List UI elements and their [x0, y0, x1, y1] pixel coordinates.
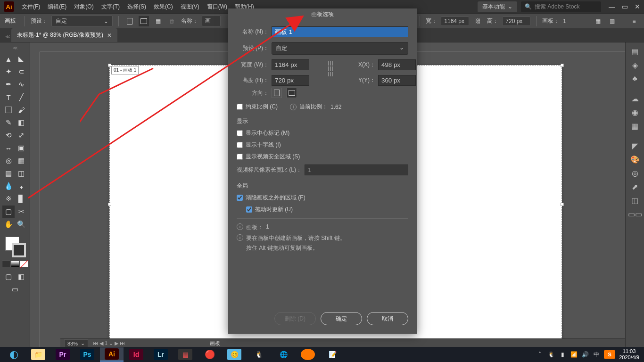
- menu-text[interactable]: 文字(T): [99, 1, 123, 13]
- link-dimensions-icon[interactable]: ⛓: [473, 16, 483, 26]
- draw-mode-behind[interactable]: ◧: [15, 271, 27, 283]
- orientation-portrait-button[interactable]: [124, 16, 135, 26]
- minimize-icon[interactable]: —: [609, 3, 615, 10]
- eyedropper-tool[interactable]: 💧: [2, 180, 15, 192]
- document-tab[interactable]: 未标题-1* @ 83% (RGB/像素预览) ✕: [11, 28, 117, 42]
- width-input[interactable]: 1164 px: [441, 16, 469, 26]
- menu-file[interactable]: 文件(F): [19, 1, 43, 13]
- menu-select[interactable]: 选择(S): [124, 1, 149, 13]
- taskbar-browser[interactable]: ◐: [2, 347, 25, 362]
- blend-tool[interactable]: ⬧: [15, 180, 27, 192]
- tray-battery-icon[interactable]: ▮: [559, 351, 566, 358]
- color-mode-solid[interactable]: [2, 261, 10, 267]
- taskbar-chrome[interactable]: 🌐: [272, 347, 295, 362]
- show-center-checkbox[interactable]: [237, 130, 243, 136]
- paintbrush-tool[interactable]: 🖌: [15, 104, 27, 116]
- taskbar-qq[interactable]: 🐧: [247, 347, 271, 362]
- menu-object[interactable]: 对象(O): [71, 1, 96, 13]
- draw-mode-normal[interactable]: ▢: [2, 271, 15, 283]
- tray-clock[interactable]: 11:03 2020/4/9: [619, 348, 639, 361]
- taskbar-premiere[interactable]: Pr: [51, 347, 74, 362]
- type-tool[interactable]: T: [2, 91, 15, 103]
- reference-point-grid[interactable]: [328, 61, 333, 76]
- taskbar-lightroom[interactable]: Lr: [149, 347, 173, 362]
- direct-selection-tool[interactable]: ◣: [15, 53, 27, 65]
- pen-tool[interactable]: ✒: [2, 78, 15, 90]
- tray-ime-icon[interactable]: 中: [593, 351, 600, 358]
- gradient-tool[interactable]: ◫: [15, 167, 27, 180]
- perspective-grid-tool[interactable]: ▦: [15, 155, 27, 167]
- transparency-panel-icon[interactable]: ◫: [629, 194, 641, 206]
- preferences-icon[interactable]: ▥: [607, 16, 617, 26]
- dlg-portrait-button[interactable]: [272, 88, 282, 98]
- new-artboard-button[interactable]: ▦: [153, 16, 163, 26]
- delete-artboard-button[interactable]: 🗑: [167, 16, 177, 26]
- rotate-tool[interactable]: ⟲: [2, 129, 15, 141]
- scale-tool[interactable]: ⤢: [15, 129, 27, 141]
- shape-builder-tool[interactable]: ◎: [2, 155, 15, 167]
- tab-close-icon[interactable]: ✕: [107, 32, 112, 39]
- nav-next-icon[interactable]: ▶: [115, 340, 118, 346]
- nav-prev-icon[interactable]: ◀: [99, 340, 103, 346]
- panel-toggle[interactable]: ≪: [5, 31, 10, 42]
- taskbar-photoshop[interactable]: Ps: [75, 347, 99, 362]
- resize-handle-nw[interactable]: [108, 64, 111, 67]
- stock-search-input[interactable]: 🔍 搜索 Adobe Stock: [521, 1, 601, 12]
- stroke-panel-icon[interactable]: ◎: [629, 167, 641, 179]
- tray-up-icon[interactable]: ˄: [536, 351, 544, 358]
- toolbox-handle[interactable]: ≪: [13, 45, 17, 50]
- preset-dropdown[interactable]: 自定⌄: [51, 16, 113, 26]
- tray-qq-icon[interactable]: 🐧: [547, 351, 555, 358]
- column-graph-tool[interactable]: ▊: [15, 193, 27, 205]
- zoom-dropdown[interactable]: 83%⌄: [64, 339, 88, 347]
- zoom-tool[interactable]: 🔍: [15, 218, 27, 230]
- lasso-tool[interactable]: ⊂: [15, 66, 27, 78]
- menu-view[interactable]: 视图(V): [178, 1, 202, 13]
- align-panel-icon[interactable]: ▭▭: [629, 208, 641, 220]
- artboard-name-field[interactable]: 画: [202, 16, 221, 26]
- resize-handle-ne[interactable]: [561, 64, 564, 67]
- dlg-name-input[interactable]: [272, 26, 408, 37]
- workspace-switcher[interactable]: 基本功能 ⌄: [478, 1, 517, 12]
- height-input[interactable]: 720 px: [502, 16, 530, 26]
- taskbar-illustrator[interactable]: Ai: [100, 347, 124, 362]
- dlg-cancel-button[interactable]: 取消: [367, 312, 408, 325]
- taskbar-app-3[interactable]: 😊: [223, 347, 246, 362]
- document-setup-icon[interactable]: ▦: [593, 16, 603, 26]
- menu-effect[interactable]: 效果(C): [151, 1, 176, 13]
- dlg-x-input[interactable]: [378, 59, 416, 70]
- properties-panel-icon[interactable]: ▤: [629, 45, 641, 58]
- nav-first-icon[interactable]: ⏮: [93, 340, 98, 346]
- width-tool[interactable]: ↔: [2, 142, 15, 154]
- resize-handle-w[interactable]: [108, 203, 111, 206]
- dlg-height-input[interactable]: [272, 75, 309, 86]
- dlg-constrain-checkbox[interactable]: [237, 104, 243, 110]
- layers-panel-icon[interactable]: ◈: [629, 59, 641, 71]
- fade-outside-checkbox[interactable]: [237, 195, 243, 201]
- free-transform-tool[interactable]: ▣: [15, 142, 27, 154]
- ruler-vertical[interactable]: [30, 52, 40, 348]
- tray-sogou-icon[interactable]: S: [604, 350, 615, 359]
- screen-mode-button[interactable]: ▭: [9, 283, 21, 296]
- nav-current[interactable]: 1: [105, 340, 107, 346]
- fill-stroke-swatch[interactable]: [4, 236, 26, 258]
- orientation-landscape-button[interactable]: [139, 16, 149, 26]
- menu-window[interactable]: 窗口(W): [204, 1, 230, 13]
- eraser-tool[interactable]: ◧: [15, 116, 27, 129]
- shape-panel-icon[interactable]: ◤: [629, 140, 641, 152]
- dlg-width-input[interactable]: [272, 59, 309, 70]
- close-icon[interactable]: ✕: [635, 3, 640, 10]
- resize-handle-e[interactable]: [561, 203, 564, 206]
- update-drag-checkbox[interactable]: [246, 206, 252, 213]
- symbol-sprayer-tool[interactable]: ※: [2, 193, 15, 205]
- dlg-ok-button[interactable]: 确定: [321, 312, 362, 325]
- shaper-tool[interactable]: ✎: [2, 116, 15, 129]
- swatches-panel-icon[interactable]: ▦: [629, 120, 641, 132]
- hand-tool[interactable]: ✋: [2, 218, 15, 230]
- brushes-panel-icon[interactable]: 🎨: [629, 153, 641, 165]
- libraries-panel-icon[interactable]: ♣: [629, 73, 641, 85]
- taskbar-app-2[interactable]: 🔴: [198, 347, 222, 362]
- chevron-down-icon[interactable]: ⌄: [109, 340, 113, 346]
- taskbar-notepad[interactable]: 📝: [321, 347, 344, 362]
- magic-wand-tool[interactable]: ✦: [2, 66, 15, 78]
